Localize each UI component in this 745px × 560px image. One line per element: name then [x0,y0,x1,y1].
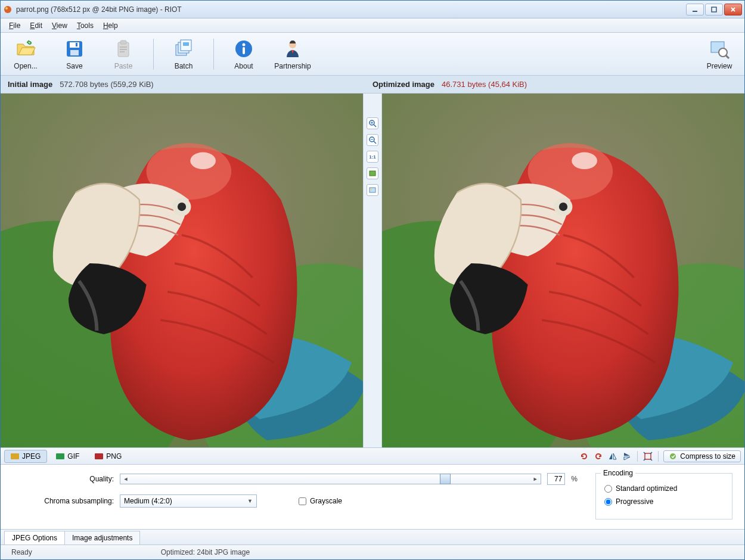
tab-gif[interactable]: GIF [49,450,86,463]
batch-label: Batch [175,62,193,70]
fit-button[interactable] [367,167,378,179]
svg-rect-5 [70,42,79,48]
svg-rect-9 [120,41,126,44]
paste-button[interactable]: Paste [104,38,142,70]
maximize-button[interactable] [705,4,723,15]
initial-image-bytes: 572.708 bytes (559,29 KiB) [60,80,154,89]
quality-value[interactable]: 77 [547,473,565,485]
menubar: File Edit View Tools Help [1,18,744,33]
svg-point-49 [670,453,676,459]
svg-line-23 [726,55,729,58]
tab-jpeg[interactable]: JPEG [4,450,47,463]
window-controls [686,4,742,15]
encoding-legend: Encoding [601,469,635,477]
slider-thumb[interactable] [440,474,451,484]
zoom-in-button[interactable] [367,117,378,129]
svg-rect-16 [183,42,189,46]
initial-image [1,94,363,447]
svg-rect-38 [370,171,375,176]
compress-icon [669,452,677,461]
encoding-progressive-radio[interactable]: Progressive [604,497,724,506]
rotate-ccw-icon[interactable] [579,451,589,462]
slider-decrement-icon[interactable]: ◄ [121,474,131,484]
menu-view[interactable]: View [47,20,72,31]
optimized-image-label: Optimized image [372,80,434,89]
svg-rect-12 [120,51,125,52]
svg-rect-6 [70,50,79,55]
status-bar: Ready Optimized: 24bit JPG image [1,545,744,559]
minimize-button[interactable] [686,4,704,15]
background-button[interactable] [367,184,378,196]
preview-button[interactable]: Preview [700,38,738,70]
optimized-image-bytes: 46.731 bytes (45,64 KiB) [442,80,527,89]
quality-slider[interactable]: ◄ ► [120,474,541,484]
svg-point-30 [178,203,186,211]
status-ready: Ready [7,547,37,558]
svg-point-18 [243,43,246,46]
batch-button[interactable]: Batch [164,38,203,70]
slider-increment-icon[interactable]: ► [530,474,540,484]
svg-rect-2 [693,11,697,12]
bottom-tabs: JPEG Options Image adjustments [1,530,744,545]
quality-row: Quality: ◄ ► 77 % [13,473,578,485]
zoom-out-button[interactable] [367,134,378,146]
save-button[interactable]: Save [55,38,94,70]
open-button[interactable]: Open... [7,38,45,70]
grayscale-checkbox[interactable]: Grayscale [299,497,400,505]
compress-to-size-button[interactable]: Compress to size [663,450,741,462]
menu-tools[interactable]: Tools [72,20,98,31]
optimized-image [382,94,744,447]
encoding-standard-radio[interactable]: Standard optimized [604,484,724,493]
menu-edit[interactable]: Edit [25,20,47,31]
app-icon [3,5,13,14]
save-icon [64,38,85,60]
svg-rect-10 [120,46,127,48]
jpeg-icon [11,453,19,459]
tool-divider [637,451,638,462]
right-tool-strip: Compress to size [579,450,741,462]
svg-line-36 [374,141,376,144]
preview-label: Preview [707,62,732,70]
optimized-image-pane[interactable] [382,94,744,447]
flip-vertical-icon[interactable] [622,451,632,462]
tab-image-adjustments[interactable]: Image adjustments [64,531,140,545]
chroma-value: Medium (4:2:0) [124,497,172,505]
menu-help[interactable]: Help [98,20,123,31]
batch-icon [173,38,194,60]
svg-rect-7 [76,43,77,46]
preview-icon [709,38,730,60]
titlebar: parrot.png (768x512 px @ 24bit PNG image… [1,1,744,18]
svg-rect-11 [120,49,127,50]
chroma-combobox[interactable]: Medium (4:2:0) ▼ [120,494,257,508]
png-icon [95,453,103,459]
close-button[interactable] [724,4,742,15]
chroma-row: Chroma subsampling: Medium (4:2:0) ▼ Gra… [13,494,578,508]
grayscale-input[interactable] [299,497,306,505]
tab-png[interactable]: PNG [88,450,128,463]
toolbar: Open... Save Paste Batch About Partnersh… [1,33,744,76]
svg-point-28 [190,153,216,170]
info-icon [233,38,254,60]
toolbar-separator [153,39,154,70]
svg-point-0 [4,6,11,13]
svg-rect-48 [645,453,651,459]
resize-icon[interactable] [642,451,653,462]
partnership-button[interactable]: Partnership [274,38,312,70]
svg-line-32 [374,125,376,127]
menu-file[interactable]: File [4,20,25,31]
svg-point-45 [572,153,597,170]
format-tab-row: JPEG GIF PNG Compress to size [1,448,744,465]
about-button[interactable]: About [225,38,263,70]
zoom-actual-button[interactable]: 1:1 [367,151,378,163]
flip-horizontal-icon[interactable] [607,451,618,462]
folder-open-icon [15,38,36,60]
about-label: About [234,62,253,70]
window-title: parrot.png (768x512 px @ 24bit PNG image… [16,5,686,14]
svg-point-40 [371,189,372,191]
tab-jpeg-options[interactable]: JPEG Options [4,531,65,545]
person-icon [282,38,303,60]
rotate-cw-icon[interactable] [593,451,604,462]
svg-point-22 [719,48,727,57]
svg-rect-39 [370,188,375,192]
initial-image-pane[interactable] [1,94,363,447]
